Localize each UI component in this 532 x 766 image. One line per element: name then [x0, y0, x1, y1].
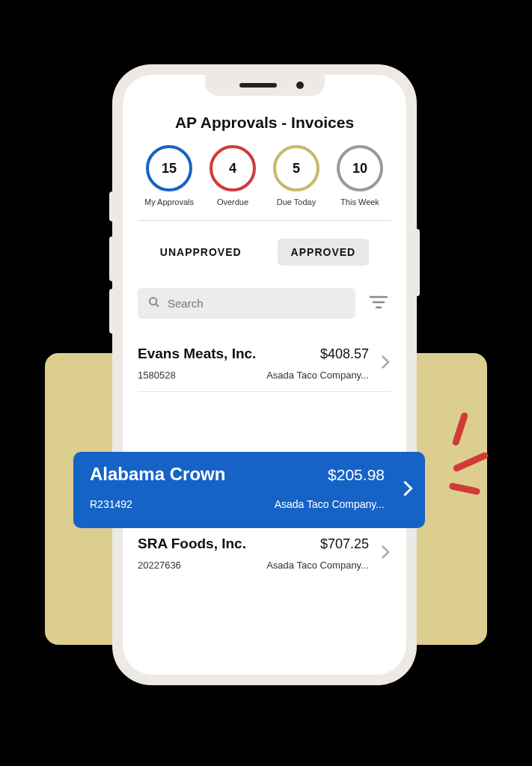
invoice-amount: $707.25 [320, 536, 369, 552]
page-title: AP Approvals - Invoices [138, 114, 391, 132]
invoice-amount: $408.57 [320, 346, 369, 362]
invoice-item[interactable]: SRA Foods, Inc. $707.25 20227636 Asada T… [138, 525, 391, 581]
invoice-company: Asada Taco Company... [275, 498, 385, 510]
invoice-amount: $205.98 [328, 466, 385, 484]
search-icon [148, 296, 160, 310]
phone-notch [205, 75, 325, 96]
chevron-right-icon [381, 545, 390, 563]
stat-count: 4 [210, 145, 256, 192]
phone-side-button [417, 229, 420, 296]
svg-line-1 [156, 304, 159, 307]
invoice-company: Asada Taco Company... [266, 370, 369, 381]
invoice-company: Asada Taco Company... [266, 560, 369, 571]
chevron-right-icon [403, 479, 413, 500]
invoice-item[interactable]: Evans Meats, Inc. $408.57 1580528 Asada … [138, 335, 391, 392]
stat-label: My Approvals [139, 197, 199, 206]
invoice-ref: R231492 [90, 498, 132, 510]
phone-screen: AP Approvals - Invoices 15 My Approvals … [123, 75, 406, 675]
divider [138, 220, 391, 221]
vendor-name: SRA Foods, Inc. [138, 536, 246, 552]
phone-side-button [109, 236, 112, 281]
stats-row: 15 My Approvals 4 Overdue 5 Due Today 10… [138, 145, 391, 206]
stat-count: 10 [337, 145, 383, 192]
camera-icon [296, 82, 304, 89]
stat-due-today[interactable]: 5 Due Today [266, 145, 326, 206]
search-input[interactable] [168, 297, 345, 310]
invoice-item-selected[interactable]: Alabama Crown $205.98 R231492 Asada Taco… [73, 452, 425, 528]
filter-button[interactable] [366, 292, 391, 316]
search-row [138, 288, 391, 319]
stat-label: Overdue [203, 197, 263, 206]
phone-side-button [109, 289, 112, 334]
svg-point-0 [150, 298, 156, 304]
phone-side-button [109, 192, 112, 221]
phone-frame: AP Approvals - Invoices 15 My Approvals … [112, 64, 417, 685]
chevron-right-icon [381, 355, 390, 373]
vendor-name: Evans Meats, Inc. [138, 346, 256, 362]
vendor-name: Alabama Crown [90, 464, 225, 485]
tab-approved[interactable]: APPROVED [278, 239, 370, 266]
search-field[interactable] [138, 288, 355, 319]
invoice-ref: 1580528 [138, 370, 176, 381]
stat-label: Due Today [266, 197, 326, 206]
stat-count: 5 [273, 145, 319, 192]
tabs-row: UNAPPROVED APPROVED [138, 231, 391, 273]
stat-this-week[interactable]: 10 This Week [330, 145, 390, 206]
stat-label: This Week [330, 197, 390, 206]
stat-count: 15 [146, 145, 192, 192]
stat-my-approvals[interactable]: 15 My Approvals [139, 145, 199, 206]
stat-overdue[interactable]: 4 Overdue [203, 145, 263, 206]
speaker-icon [239, 83, 277, 88]
invoice-ref: 20227636 [138, 560, 181, 571]
tab-approved-wrapper: APPROVED [264, 231, 383, 273]
tab-unapproved[interactable]: UNAPPROVED [147, 231, 255, 273]
